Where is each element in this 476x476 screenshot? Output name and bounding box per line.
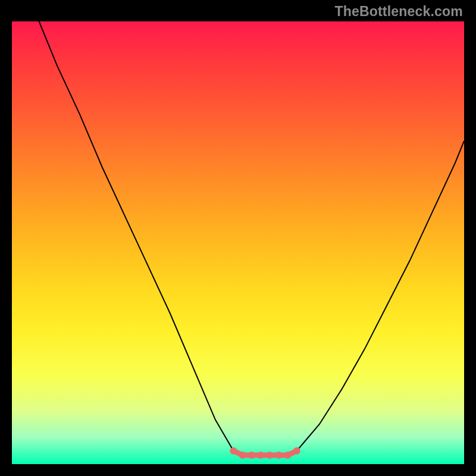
left-branch-line [39, 21, 234, 451]
highlight-dot [239, 452, 246, 459]
bottleneck-curve [12, 21, 464, 464]
highlight-dot [275, 452, 282, 459]
chart-frame: TheBottleneck.com [0, 0, 476, 476]
highlight-dot [257, 452, 264, 459]
highlight-dot [293, 447, 300, 455]
plot-area [12, 21, 464, 464]
highlight-dot [284, 452, 292, 459]
watermark-text: TheBottleneck.com [334, 4, 463, 20]
right-branch-line [297, 141, 464, 451]
highlight-dot [230, 447, 237, 455]
highlight-dot [266, 452, 273, 459]
highlight-dot [248, 452, 255, 459]
